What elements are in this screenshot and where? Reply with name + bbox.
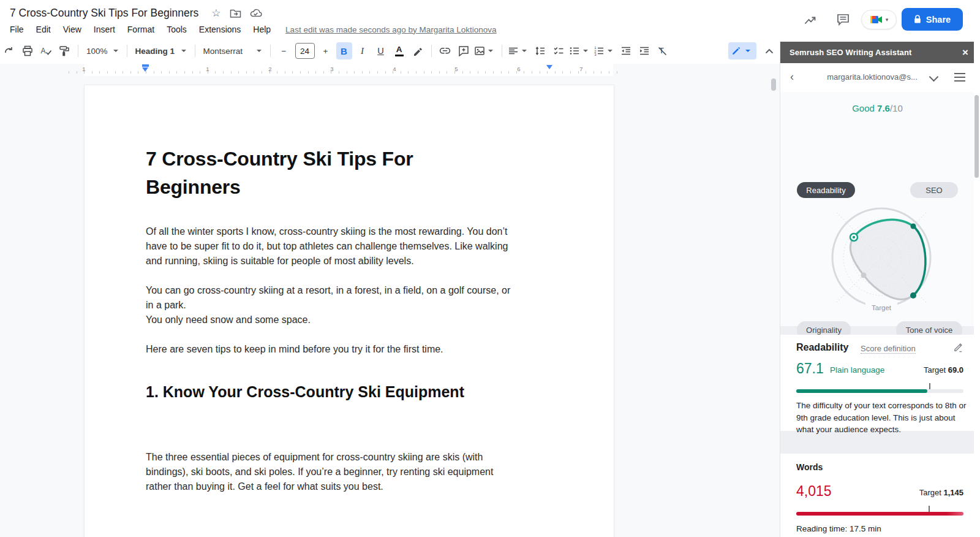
readability-score: 67.1 <box>796 360 824 377</box>
browser-scrollbar-thumb[interactable] <box>974 95 979 178</box>
insert-link-icon[interactable] <box>437 42 453 59</box>
paragraph-style-select[interactable]: Heading 1 <box>133 42 189 59</box>
font-size-input[interactable]: 24 <box>295 43 315 59</box>
score-card: Good 7.6/10 Readability SEO <box>780 92 974 326</box>
bold-button[interactable]: B <box>336 42 352 59</box>
clear-formatting-icon[interactable]: T <box>655 42 671 59</box>
doc-paragraph[interactable]: You can go cross-country skiing at a res… <box>146 283 518 313</box>
spellcheck-icon[interactable]: A <box>38 42 54 59</box>
italic-button[interactable]: I <box>355 42 371 59</box>
gauge-target-label: Target <box>872 304 892 311</box>
join-call-button[interactable]: ▾ <box>861 10 897 29</box>
right-indent-marker[interactable] <box>546 65 552 69</box>
chevron-down-icon: ▾ <box>886 17 889 23</box>
readability-description: The difficulty of your text corresponds … <box>796 400 969 436</box>
words-target: Target 1,145 <box>919 488 963 497</box>
words-progress <box>796 512 963 516</box>
toolbar: A 100% Heading 1 Montserrat − 24 + B I U <box>0 38 780 64</box>
decrease-font-size-button[interactable]: − <box>276 42 292 59</box>
doc-paragraph[interactable]: You only need snow and some space. <box>146 313 518 327</box>
tab-readability[interactable]: Readability <box>797 182 855 198</box>
words-title: Words <box>796 462 823 472</box>
chevron-down-icon[interactable] <box>929 72 939 82</box>
readability-card: Readability Score definition 67.1 Plain … <box>780 335 974 431</box>
semrush-panel-title: Semrush SEO Writing Assistant <box>790 48 911 57</box>
menu-insert[interactable]: Insert <box>88 23 121 36</box>
hide-menus-icon[interactable] <box>765 48 774 54</box>
last-edit-link[interactable]: Last edit was made seconds ago by Margar… <box>285 25 496 34</box>
left-indent-marker[interactable] <box>142 67 148 72</box>
doc-heading-1[interactable]: 7 Cross-Country Ski Tips For Beginners <box>146 145 489 201</box>
share-label: Share <box>926 15 951 25</box>
reading-time: Reading time: 17.5 min <box>796 524 881 533</box>
print-icon[interactable] <box>20 42 36 59</box>
move-to-folder-icon[interactable] <box>230 8 241 18</box>
bulleted-list-icon[interactable] <box>569 42 591 59</box>
numbered-list-icon[interactable]: 1 2 3 <box>594 42 616 59</box>
first-line-indent-marker[interactable] <box>142 64 149 67</box>
account-email[interactable]: margarita.loktionova@s... <box>817 72 927 82</box>
document-canvas: 7 Cross-Country Ski Tips For Beginners O… <box>0 76 780 537</box>
readability-title: Readability <box>796 342 848 353</box>
menu-bar: File Edit View Insert Format Tools Exten… <box>4 22 497 37</box>
browser-scrollbar-track <box>974 0 980 537</box>
doc-paragraph[interactable]: Of all the winter sports I know, cross-c… <box>146 224 518 268</box>
comments-icon[interactable] <box>837 13 850 26</box>
readability-progress <box>796 389 963 393</box>
account-row: ‹ margarita.loktionova@s... <box>780 63 974 93</box>
text-color-button[interactable]: A <box>391 42 407 59</box>
paint-format-icon[interactable] <box>56 42 72 59</box>
document-title[interactable]: 7 Cross-Country Ski Tips For Beginners <box>10 7 198 20</box>
underline-button[interactable]: U <box>373 42 389 59</box>
score-gauge: Target <box>814 202 949 325</box>
doc-paragraph[interactable]: Here are seven tips to keep in mind befo… <box>146 342 518 357</box>
menu-icon[interactable] <box>954 73 965 84</box>
readability-target: Target 69.0 <box>924 365 963 375</box>
edit-pencil-icon[interactable] <box>953 342 963 352</box>
doc-paragraph[interactable]: The three essential pieces of equipment … <box>146 450 518 494</box>
titlebar: 7 Cross-Country Ski Tips For Beginners ☆… <box>0 0 780 38</box>
semrush-panel: Semrush SEO Writing Assistant × ‹ margar… <box>780 42 974 537</box>
close-icon[interactable]: × <box>962 42 968 63</box>
google-docs-app: 7 Cross-Country Ski Tips For Beginners ☆… <box>0 0 980 537</box>
increase-indent-icon[interactable] <box>636 42 652 59</box>
share-button[interactable]: Share <box>902 8 963 31</box>
words-count: 4,015 <box>796 483 832 500</box>
overall-score: Good 7.6/10 <box>780 103 974 113</box>
increase-font-size-button[interactable]: + <box>318 42 334 59</box>
document-scrollbar-thumb[interactable] <box>771 78 776 91</box>
menu-edit[interactable]: Edit <box>30 23 57 36</box>
checklist-icon[interactable] <box>551 42 567 59</box>
align-icon[interactable] <box>508 42 530 59</box>
menu-help[interactable]: Help <box>247 23 277 36</box>
highlight-color-icon[interactable] <box>410 42 426 59</box>
menu-view[interactable]: View <box>57 23 88 36</box>
line-spacing-icon[interactable] <box>532 42 548 59</box>
menu-format[interactable]: Format <box>121 23 160 36</box>
svg-text:3: 3 <box>594 53 597 56</box>
menu-extensions[interactable]: Extensions <box>193 23 247 36</box>
tab-seo[interactable]: SEO <box>910 182 958 198</box>
editing-mode-button[interactable] <box>728 42 756 59</box>
menu-file[interactable]: File <box>4 23 30 36</box>
insert-image-icon[interactable] <box>474 42 496 59</box>
zoom-select[interactable]: 100% <box>84 42 121 59</box>
document-page[interactable]: 7 Cross-Country Ski Tips For Beginners O… <box>84 85 614 537</box>
star-icon[interactable]: ☆ <box>211 8 221 18</box>
menu-tools[interactable]: Tools <box>160 23 193 36</box>
font-select[interactable]: Montserrat <box>201 42 265 59</box>
svg-text:A: A <box>41 47 46 55</box>
pencil-icon <box>731 46 741 56</box>
redo-icon[interactable] <box>1 42 17 59</box>
score-definition-link[interactable]: Score definition <box>861 344 916 354</box>
lock-icon <box>914 15 921 24</box>
decrease-indent-icon[interactable] <box>618 42 634 59</box>
google-meet-icon <box>870 15 883 25</box>
activity-dashboard-icon[interactable] <box>804 15 816 26</box>
back-icon[interactable]: ‹ <box>790 70 794 83</box>
cloud-saved-icon[interactable] <box>250 8 262 18</box>
doc-heading-2[interactable]: 1. Know Your Cross-Country Ski Equipment <box>146 381 518 403</box>
words-card: Words 4,015 Target 1,145 Reading time: 1… <box>780 454 974 537</box>
readability-level: Plain language <box>830 365 884 375</box>
add-comment-icon[interactable] <box>456 42 472 59</box>
